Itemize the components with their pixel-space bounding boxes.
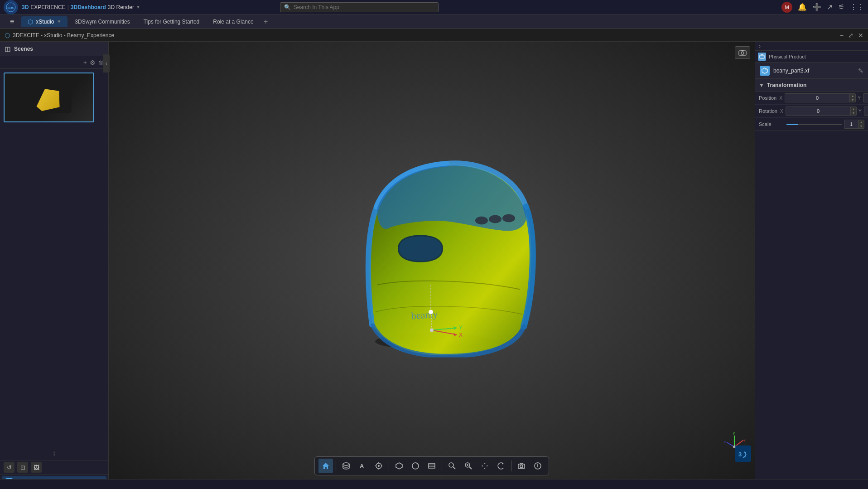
minimize-button[interactable]: −: [840, 32, 844, 39]
user-avatar[interactable]: M: [781, 2, 792, 13]
rot-y-input[interactable]: ▲ ▼: [864, 107, 868, 116]
app-dashboard-label[interactable]: 3DDashboard: [71, 4, 106, 10]
rot-x-value[interactable]: [786, 108, 850, 114]
scroll-down-arrow[interactable]: ↕: [53, 449, 56, 457]
app-logo[interactable]: 3DS: [4, 0, 18, 15]
plus-icon[interactable]: ➕: [812, 3, 821, 11]
rotation-x-field: X ▲ ▼: [780, 107, 857, 116]
object-edit-button[interactable]: ✎: [858, 67, 863, 74]
toolbar-home-button[interactable]: [318, 459, 333, 473]
pos-x-label: X: [779, 96, 784, 101]
link-view-button[interactable]: ⊡: [17, 462, 28, 473]
svg-point-4: [741, 52, 744, 54]
toolbar-text-button[interactable]: A: [355, 459, 370, 473]
hamburger-menu[interactable]: ≡: [4, 16, 20, 28]
pos-y-value[interactable]: [863, 95, 868, 101]
tab-3dswym-label: 3DSwym Communities: [75, 19, 130, 25]
svg-text:3: 3: [738, 451, 742, 458]
top-right-icons: M 🔔 ➕ ↗ ⚟ ⋮⋮: [781, 2, 864, 13]
toolbar-move-button[interactable]: [477, 459, 492, 473]
tab-tips-label: Tips for Getting Started: [144, 19, 200, 25]
right-panel: › Physical Product beany_part3.xf ✎ ▼ Tr…: [755, 42, 868, 489]
object-header: beany_part3.xf ✎: [755, 63, 868, 79]
pos-x-down[interactable]: ▼: [850, 98, 855, 102]
3d-object[interactable]: beamy X Y: [318, 153, 545, 357]
toolbar-search-button[interactable]: [445, 459, 459, 473]
toolbar-separator-2: [389, 460, 389, 471]
svg-text:3DS: 3DS: [7, 6, 14, 10]
svg-text:A: A: [360, 463, 364, 470]
position-row: Position X ▲ ▼ Y: [755, 92, 868, 105]
rotation-label: Rotation: [759, 108, 777, 114]
toolbar-database-button[interactable]: [339, 459, 353, 473]
toolbar-transform-button[interactable]: [371, 459, 386, 473]
scale-value[interactable]: [844, 121, 858, 127]
menu-icon[interactable]: ⋮⋮: [850, 3, 864, 11]
notifications-icon[interactable]: 🔔: [798, 3, 807, 11]
right-panel-collapse-button[interactable]: ›: [755, 42, 868, 51]
rot-x-up[interactable]: ▲: [851, 107, 856, 111]
rot-x-down[interactable]: ▼: [851, 111, 856, 115]
toolbar-zoom-button[interactable]: [461, 459, 476, 473]
scale-value-input[interactable]: ▲ ▼: [844, 120, 864, 129]
app-render-label[interactable]: 3D Render: [108, 4, 134, 10]
viewport[interactable]: beamy X Y: [109, 42, 755, 489]
add-scene-button[interactable]: +: [83, 59, 87, 66]
scale-down[interactable]: ▼: [858, 124, 864, 128]
image-view-button[interactable]: 🖼: [31, 462, 42, 473]
tab-role-label: Role at a Glance: [213, 19, 253, 25]
tab-3dswym[interactable]: 3DSwym Communities: [68, 17, 136, 27]
pos-x-value[interactable]: [785, 95, 849, 101]
sidebar-header: ◫ Scenes: [0, 42, 108, 56]
position-y-field: Y ▲ ▼: [858, 93, 868, 102]
sidebar-collapse-button[interactable]: ‹: [103, 54, 110, 73]
camera-settings-button[interactable]: [735, 46, 750, 59]
search-input[interactable]: [294, 4, 434, 10]
scale-up[interactable]: ▲: [858, 120, 864, 124]
svg-text:Y: Y: [459, 324, 463, 330]
svg-rect-40: [429, 464, 435, 468]
rot-x-spinners: ▲ ▼: [850, 107, 856, 115]
title-bar: ⬡ 3DEXCITE - xStudio - Beamy_Experience …: [0, 29, 868, 42]
sidebar-view-tools: ↺ ⊡ 🖼: [0, 460, 108, 474]
window-title: 3DEXCITE - xStudio - Beamy_Experience: [13, 32, 114, 39]
svg-text:y: y: [733, 431, 735, 435]
tab-role[interactable]: Role at a Glance: [207, 17, 260, 27]
toolbar-snapshot-button[interactable]: [514, 459, 529, 473]
svg-line-48: [469, 467, 472, 469]
collaborate-icon[interactable]: ⚟: [838, 3, 844, 11]
tab-xstudio[interactable]: ⬡ xStudio ▼: [21, 16, 68, 27]
toolbar-extra-button[interactable]: [530, 459, 545, 473]
share-icon[interactable]: ↗: [827, 3, 833, 11]
tab-tips[interactable]: Tips for Getting Started: [137, 17, 206, 27]
status-bar: [0, 479, 868, 489]
add-tab-button[interactable]: +: [261, 17, 271, 27]
refresh-view-button[interactable]: ↺: [4, 462, 14, 473]
app-title-group: 3D EXPERIENCE | 3DDashboard 3D Render ▼: [22, 4, 140, 10]
sidebar-toolbar: + ⚙ 🗑: [0, 56, 108, 69]
maximize-button[interactable]: ⤢: [848, 32, 854, 39]
svg-text:x: x: [744, 438, 746, 442]
scene-thumbnail[interactable]: [4, 73, 94, 122]
search-bar[interactable]: 🔍: [280, 2, 439, 12]
transformation-section-header[interactable]: ▼ Transformation: [755, 79, 868, 92]
pos-x-input[interactable]: ▲ ▼: [785, 93, 856, 102]
toolbar-scene-button[interactable]: [424, 459, 439, 473]
svg-point-9: [502, 214, 515, 222]
toolbar-separator-1: [336, 460, 336, 471]
toolbar-modifier-button[interactable]: [392, 459, 406, 473]
title-bar-right: − ⤢ ✕: [840, 32, 863, 39]
transformation-label: Transformation: [767, 82, 806, 88]
pos-x-up[interactable]: ▲: [850, 94, 855, 98]
pos-y-input[interactable]: ▲ ▼: [863, 93, 868, 102]
scene-settings-button[interactable]: ⚙: [90, 59, 96, 66]
toolbar-rotate-button[interactable]: [494, 459, 508, 473]
xstudio-chevron: ▼: [57, 19, 61, 24]
close-button[interactable]: ✕: [858, 32, 863, 39]
rot-y-value[interactable]: [864, 108, 868, 114]
scale-slider[interactable]: [786, 124, 842, 125]
scale-slider-wrap: ▲ ▼: [786, 120, 864, 129]
toolbar-material-button[interactable]: [408, 459, 423, 473]
rot-x-input[interactable]: ▲ ▼: [786, 107, 857, 116]
nav-tabs: ≡ ⬡ xStudio ▼ 3DSwym Communities Tips fo…: [0, 15, 868, 29]
